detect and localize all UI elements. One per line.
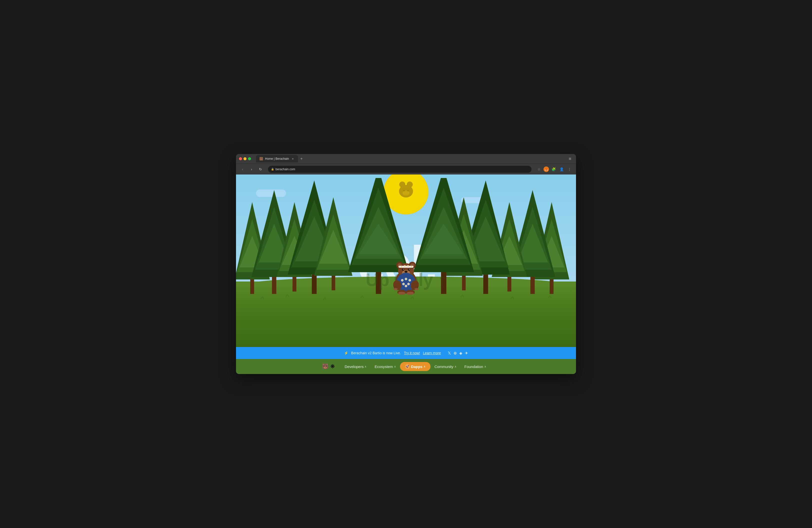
community-chevron: ∧ xyxy=(454,365,456,368)
dapps-label: Dapps xyxy=(411,365,422,369)
profile-button[interactable]: 👤 xyxy=(558,166,565,173)
svg-point-75 xyxy=(407,266,408,267)
discord-icon[interactable]: ◈ xyxy=(459,351,462,355)
twitter-icon[interactable]: 𝕏 xyxy=(448,351,451,355)
svg-point-96 xyxy=(398,292,405,295)
berachain-logo: 🐻 ❋ xyxy=(322,363,334,370)
svg-point-97 xyxy=(407,292,414,295)
minimize-button[interactable] xyxy=(244,157,246,160)
svg-point-66 xyxy=(403,269,404,270)
dapps-chevron: ∧ xyxy=(423,365,425,368)
back-button[interactable]: ‹ xyxy=(239,166,246,173)
github-icon[interactable]: ⊛ xyxy=(453,351,457,355)
svg-point-88 xyxy=(408,283,409,284)
title-bar-actions: ⊞ xyxy=(567,156,573,162)
developers-label: Developers xyxy=(345,365,364,369)
ecosystem-chevron: ∧ xyxy=(394,365,396,368)
nav-logo[interactable]: 🐻 ❋ xyxy=(322,363,334,370)
bookmark-button[interactable]: ☆ xyxy=(536,166,542,173)
tab-close-button[interactable]: ✕ xyxy=(291,157,294,161)
learn-more-link[interactable]: Learn more xyxy=(423,351,441,355)
bottom-nav: 🐻 ❋ Developers ∧ Ecosystem ∧ 🚀 Dapps ∧ C… xyxy=(236,359,576,374)
developers-chevron: ∧ xyxy=(364,365,366,368)
announcement-icon: ⚡ xyxy=(344,351,348,355)
social-icons: 𝕏 ⊛ ◈ ✈ xyxy=(448,351,468,355)
refresh-button[interactable]: ↻ xyxy=(257,166,264,173)
foundation-chevron: ∧ xyxy=(484,365,486,368)
hero-scene: eel! xyxy=(236,175,576,347)
active-tab[interactable]: 🐻 Home | Berachain ✕ xyxy=(256,155,298,162)
tab-bar: 🐻 Home | Berachain ✕ + xyxy=(256,155,565,162)
url-text: berachain.com xyxy=(276,167,295,171)
svg-point-76 xyxy=(411,266,412,267)
title-bar: 🐻 Home | Berachain ✕ + ⊞ xyxy=(236,154,576,163)
try-it-now-link[interactable]: Try it now! xyxy=(404,351,420,355)
new-tab-button[interactable]: + xyxy=(298,155,305,162)
svg-point-67 xyxy=(409,269,410,270)
nav-item-developers[interactable]: Developers ∧ xyxy=(341,363,371,371)
extensions-icon[interactable]: 🧩 xyxy=(550,166,557,173)
nav-item-dapps[interactable]: 🚀 Dapps ∧ xyxy=(400,362,431,371)
nav-item-foundation[interactable]: Foundation ∧ xyxy=(461,363,490,371)
announcement-bar: ⚡ Berachain v2 Bartio is now Live. Try i… xyxy=(236,347,576,359)
nav-item-community[interactable]: Community ∧ xyxy=(431,363,461,371)
community-label: Community xyxy=(435,365,453,369)
svg-point-63 xyxy=(405,271,407,273)
lock-icon: 🔒 xyxy=(271,168,274,171)
tab-favicon: 🐻 xyxy=(260,157,263,161)
maximize-button[interactable] xyxy=(248,157,251,160)
nav-item-ecosystem[interactable]: Ecosystem ∧ xyxy=(371,363,400,371)
svg-point-74 xyxy=(404,266,405,267)
svg-point-85 xyxy=(406,279,406,279)
svg-point-84 xyxy=(402,280,403,281)
extensions-button[interactable]: ⊞ xyxy=(567,156,573,162)
foundation-label: Foundation xyxy=(464,365,483,369)
nav-actions: ☆ 🦊 🧩 👤 ⋮ xyxy=(536,166,573,173)
metamask-icon[interactable]: 🦊 xyxy=(543,166,549,172)
traffic-lights xyxy=(239,157,251,160)
svg-point-87 xyxy=(403,283,404,284)
bear-character xyxy=(389,255,423,295)
close-button[interactable] xyxy=(239,157,242,160)
forward-button[interactable]: › xyxy=(248,166,255,173)
address-bar[interactable]: 🔒 berachain.com xyxy=(268,166,532,173)
page-content: eel! xyxy=(236,175,576,374)
navigation-bar: ‹ › ↻ 🔒 berachain.com ☆ 🦊 🧩 👤 ⋮ xyxy=(236,163,576,175)
telegram-icon[interactable]: ✈ xyxy=(465,351,468,355)
browser-window: 🐻 Home | Berachain ✕ + ⊞ ‹ › ↻ 🔒 beracha… xyxy=(236,154,576,374)
svg-point-73 xyxy=(401,266,402,267)
menu-button[interactable]: ⋮ xyxy=(566,166,573,173)
ecosystem-label: Ecosystem xyxy=(375,365,393,369)
announcement-text: Berachain v2 Bartio is now Live. xyxy=(351,351,401,355)
bear-svg xyxy=(389,255,423,295)
svg-point-86 xyxy=(409,280,410,281)
svg-point-89 xyxy=(406,285,406,287)
tab-title: Home | Berachain xyxy=(265,157,289,161)
dapps-rocket-icon: 🚀 xyxy=(405,364,410,369)
